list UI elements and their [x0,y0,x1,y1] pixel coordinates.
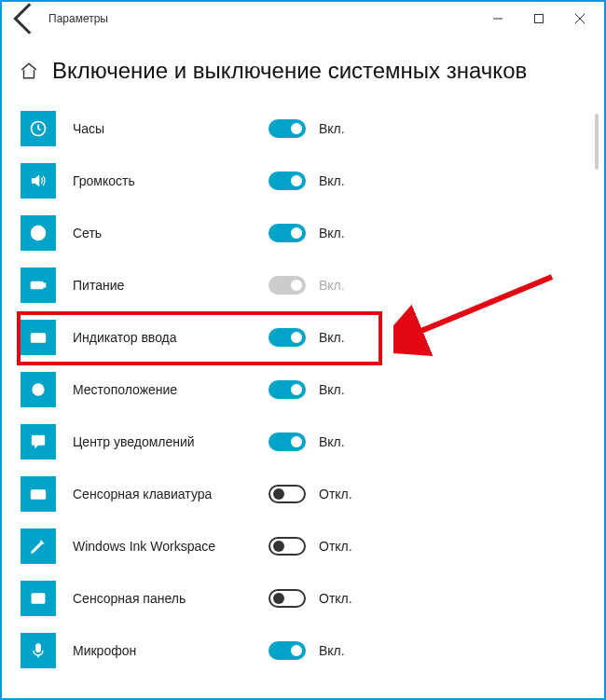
target-icon [21,372,56,407]
setting-row-actioncenter: Центр уведомленийВкл. [21,416,604,468]
toggle-state-label: Вкл. [319,330,345,345]
minimize-button[interactable] [477,2,518,35]
toggle-wrap: Вкл. [269,380,345,399]
toggle-state-label: Откл. [319,591,352,606]
toggle-wrap: Вкл. [269,172,345,190]
setting-label: Питание [73,278,269,293]
toggle-state-label: Вкл. [319,226,345,240]
setting-label: Местоположение [73,382,269,397]
setting-label: Часы [73,121,269,136]
toggle-state-label: Вкл. [319,434,345,449]
toggle-location[interactable] [269,380,306,399]
toggle-wrap: Вкл. [269,641,345,660]
touchpad-icon [21,581,56,616]
toggle-wrap: Вкл. [269,432,345,451]
toggle-clock[interactable] [269,119,306,138]
keyboard-icon [21,476,56,512]
setting-label: Windows Ink Workspace [73,539,269,554]
close-button[interactable] [559,2,600,35]
window-title: Параметры [48,12,108,25]
toggle-wrap: Вкл. [269,119,345,138]
setting-label: Сенсорная панель [73,591,269,606]
action-icon [21,424,56,460]
page-heading: Включение и выключение системных значков [2,35,604,93]
toggle-state-label: Откл. [319,539,352,554]
setting-row-microphone: МикрофонВкл. [21,625,604,677]
toggle-input[interactable] [269,328,306,347]
toggle-ink[interactable] [269,537,306,556]
svg-point-17 [36,388,41,392]
page-title: Включение и выключение системных значков [52,58,527,84]
toggle-wrap: Вкл. [269,328,345,347]
pen-icon [21,528,56,564]
maximize-button[interactable] [518,2,559,35]
toggle-touchkeyboard[interactable] [269,485,306,503]
setting-label: Сенсорная клавиатура [73,487,269,501]
setting-row-volume: ГромкостьВкл. [21,155,604,207]
setting-row-power: ПитаниеВкл. [21,259,604,311]
setting-row-location: МестоположениеВкл. [21,364,604,416]
volume-icon [21,163,56,199]
svg-rect-8 [32,282,44,289]
setting-row-touchkeyboard: Сенсорная клавиатураОткл. [21,468,604,520]
setting-label: Центр уведомлений [73,434,269,449]
toggle-volume[interactable] [269,172,306,190]
toggle-wrap: Вкл. [269,224,345,242]
titlebar: Параметры [2,2,604,35]
setting-label: Микрофон [73,643,269,658]
scrollbar[interactable] [595,114,599,170]
globe-icon [21,215,56,251]
clock-icon [21,111,56,146]
setting-row-network: СетьВкл. [21,207,604,259]
setting-row-input: Индикатор вводаВкл. [21,311,604,364]
toggle-state-label: Вкл. [319,382,345,397]
toggle-wrap: Откл. [269,485,352,503]
setting-label: Сеть [73,226,269,240]
toggle-state-label: Вкл. [319,173,345,188]
toggle-state-label: Вкл. [319,643,345,658]
toggle-touchpad[interactable] [269,589,306,608]
toggle-wrap: Откл. [269,537,352,556]
toggle-actioncenter[interactable] [269,432,306,451]
mic-icon [21,633,56,668]
toggle-state-label: Откл. [319,487,352,501]
svg-rect-10 [32,334,46,342]
toggle-microphone[interactable] [269,641,306,660]
svg-rect-9 [44,283,46,286]
back-button[interactable] [6,2,45,35]
toggle-network[interactable] [269,224,306,242]
toggle-wrap: Откл. [269,589,352,608]
setting-row-clock: ЧасыВкл. [21,103,604,155]
home-icon[interactable] [19,61,39,81]
setting-row-ink: Windows Ink WorkspaceОткл. [21,520,604,572]
setting-row-touchpad: Сенсорная панельОткл. [21,572,604,625]
keyboard-icon [21,320,56,355]
settings-list: ЧасыВкл.ГромкостьВкл.СетьВкл.ПитаниеВкл.… [2,93,604,677]
svg-rect-18 [32,490,46,499]
toggle-state-label: Вкл. [319,121,345,136]
toggle-power [269,276,306,295]
toggle-wrap: Вкл. [269,276,345,295]
setting-label: Индикатор ввода [73,330,269,345]
svg-rect-1 [535,15,544,23]
svg-rect-27 [36,644,41,652]
toggle-state-label: Вкл. [319,278,345,293]
setting-label: Громкость [73,173,269,188]
battery-icon [21,268,56,303]
